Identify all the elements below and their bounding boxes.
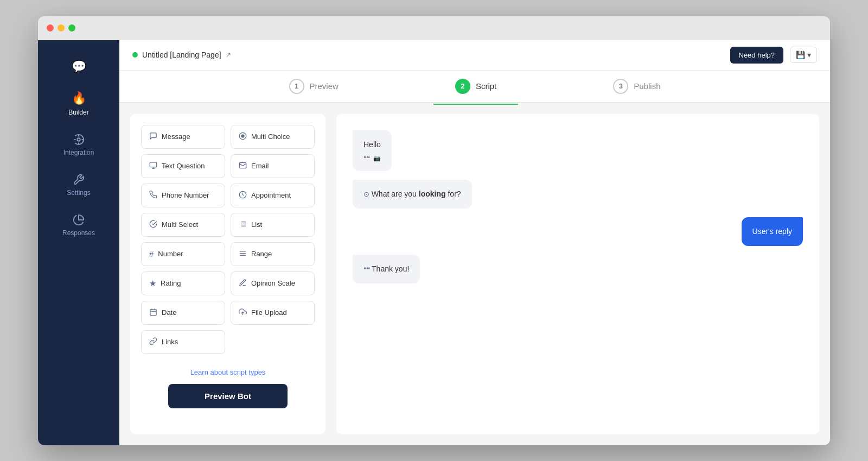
sidebar-item-settings[interactable]: Settings xyxy=(38,165,119,205)
script-type-number[interactable]: # Number xyxy=(141,242,225,266)
sidebar-item-builder[interactable]: 🔥 Builder xyxy=(38,83,119,125)
range-label: Range xyxy=(251,250,272,258)
integration-icon xyxy=(73,134,85,146)
script-type-text-question[interactable]: Text Question xyxy=(141,154,225,178)
multi-choice-label: Multi Choice xyxy=(251,132,290,141)
preview-bot-button[interactable]: Preview Bot xyxy=(168,384,288,408)
sidebar-item-responses[interactable]: Responses xyxy=(38,205,119,245)
sidebar-item-integration[interactable]: Integration xyxy=(38,125,119,165)
workspace: Message Multi Choice Tex xyxy=(119,103,830,445)
settings-label: Settings xyxy=(67,189,90,197)
number-label: Number xyxy=(158,250,183,258)
opinion-scale-icon xyxy=(239,279,247,288)
external-link-icon[interactable]: ↗ xyxy=(226,51,231,59)
text-question-label: Text Question xyxy=(162,162,205,170)
save-icon-button[interactable]: 💾 ▾ xyxy=(790,47,817,63)
responses-icon xyxy=(73,214,85,226)
file-upload-label: File Upload xyxy=(251,308,287,317)
script-panel: Message Multi Choice Tex xyxy=(130,114,326,434)
chat-row-hello: Hello ❝❝ 📷 xyxy=(353,130,803,172)
script-type-opinion-scale[interactable]: Opinion Scale xyxy=(231,271,315,295)
thankyou-quote-icon: ❝❝ xyxy=(363,266,372,273)
svg-rect-10 xyxy=(239,162,246,168)
step-1-circle: 1 xyxy=(289,79,304,94)
svg-point-6 xyxy=(241,135,244,137)
chat-row-question: ⊙ What are you looking for? xyxy=(353,180,803,209)
step-navigation: 1 Preview 2 Script 3 Publish xyxy=(119,71,830,103)
step-script[interactable]: 2 Script xyxy=(433,69,518,104)
message-label: Message xyxy=(162,132,190,141)
script-type-rating[interactable]: ★ Rating xyxy=(141,271,225,295)
step-2-circle: 2 xyxy=(455,79,470,94)
opinion-scale-label: Opinion Scale xyxy=(251,279,295,287)
topbar-right: Need help? 💾 ▾ xyxy=(730,47,818,64)
script-type-email[interactable]: Email xyxy=(231,154,315,178)
phone-number-label: Phone Number xyxy=(162,191,209,199)
chat-bubble-hello: Hello ❝❝ 📷 xyxy=(353,130,392,172)
svg-point-0 xyxy=(77,138,80,141)
text-question-icon xyxy=(149,161,157,171)
file-upload-icon xyxy=(239,308,247,318)
integration-label: Integration xyxy=(63,149,94,156)
titlebar xyxy=(38,16,830,40)
number-icon: # xyxy=(149,249,154,258)
step-publish[interactable]: 3 Publish xyxy=(591,69,682,104)
sidebar: 💬 🔥 Builder Integration xyxy=(38,40,119,445)
chat-panel: Hello ❝❝ 📷 ⊙ What are you looking for? xyxy=(336,114,819,434)
topbar: Untitled [Landing Page] ↗ Need help? 💾 ▾ xyxy=(119,40,830,71)
sidebar-item-chat[interactable]: 💬 xyxy=(38,51,119,83)
appointment-icon xyxy=(239,191,247,200)
script-type-appointment[interactable]: Appointment xyxy=(231,184,315,207)
step-nav-inner: 1 Preview 2 Script 3 Publish xyxy=(231,69,719,104)
script-type-multi-choice[interactable]: Multi Choice xyxy=(231,125,315,149)
maximize-button[interactable] xyxy=(68,24,75,31)
responses-label: Responses xyxy=(62,229,95,237)
links-icon xyxy=(149,337,157,347)
user-reply-text: User's reply xyxy=(752,227,792,236)
minimize-button[interactable] xyxy=(58,24,65,31)
script-type-message[interactable]: Message xyxy=(141,125,225,149)
app-window: 💬 🔥 Builder Integration xyxy=(38,16,830,445)
links-label: Links xyxy=(162,338,178,346)
chevron-down-icon: ▾ xyxy=(807,50,811,59)
script-type-date[interactable]: Date xyxy=(141,301,225,325)
multi-choice-icon xyxy=(239,132,247,142)
step-3-label: Publish xyxy=(634,81,660,91)
question-bold: looking xyxy=(419,190,446,198)
step-2-label: Script xyxy=(476,81,496,91)
list-icon xyxy=(239,220,247,230)
quote-icon: ❝❝ xyxy=(363,154,370,163)
script-type-phone-number[interactable]: Phone Number xyxy=(141,184,225,207)
rating-icon: ★ xyxy=(149,279,156,288)
script-types-grid: Message Multi Choice Tex xyxy=(141,125,315,354)
thankyou-text: Thank you! xyxy=(372,264,409,273)
question-text-2: for? xyxy=(446,190,461,198)
close-button[interactable] xyxy=(47,24,54,31)
range-icon xyxy=(239,249,247,259)
date-label: Date xyxy=(162,308,176,317)
image-icon: 📷 xyxy=(373,154,381,163)
app-body: 💬 🔥 Builder Integration xyxy=(38,40,830,445)
script-type-range[interactable]: Range xyxy=(231,242,315,266)
settings-icon xyxy=(73,174,85,186)
save-icon: 💾 xyxy=(796,50,805,59)
page-title-area: Untitled [Landing Page] ↗ xyxy=(132,50,231,59)
script-type-file-upload[interactable]: File Upload xyxy=(231,301,315,325)
content-area: Untitled [Landing Page] ↗ Need help? 💾 ▾… xyxy=(119,40,830,445)
learn-link[interactable]: Learn about script types xyxy=(190,368,266,376)
multi-select-label: Multi Select xyxy=(162,220,198,229)
appointment-label: Appointment xyxy=(251,191,291,199)
builder-icon: 🔥 xyxy=(72,91,86,105)
step-preview[interactable]: 1 Preview xyxy=(267,69,360,104)
question-text-1: What are you xyxy=(372,190,419,198)
script-type-list[interactable]: List xyxy=(231,213,315,237)
script-type-multi-select[interactable]: Multi Select xyxy=(141,213,225,237)
script-type-links[interactable]: Links xyxy=(141,330,225,354)
radio-icon: ⊙ xyxy=(363,190,372,198)
chat-row-user-reply: User's reply xyxy=(353,217,803,246)
need-help-button[interactable]: Need help? xyxy=(730,47,784,64)
rating-label: Rating xyxy=(161,279,181,287)
hello-icons: ❝❝ 📷 xyxy=(363,154,381,163)
status-dot xyxy=(132,52,138,58)
message-icon xyxy=(149,132,157,142)
